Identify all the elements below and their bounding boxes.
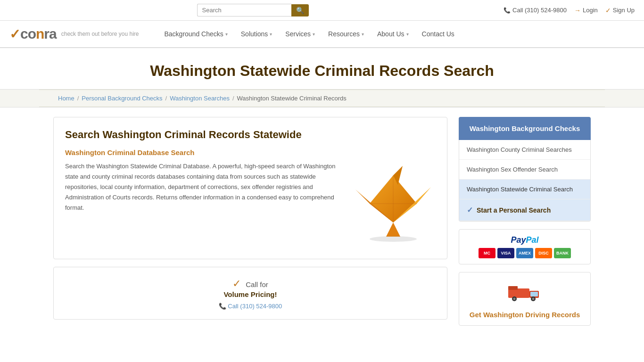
crane-illustration [351,161,436,247]
svg-marker-4 [386,222,400,237]
sidebar-link-label: Washington County Criminal Searches [467,146,572,153]
sidebar-header: Washington Background Checks [459,117,591,140]
sidebar-link[interactable]: Washington Statewide Criminal Search [459,180,590,199]
main-content: Search Washington Criminal Records State… [39,117,605,327]
volume-card: ✓ Call for Volume Pricing! 📞 Call (310) … [53,267,447,320]
search-group: 🔍 [197,4,309,16]
payment-card-mc: MC [479,248,495,258]
volume-call-label: Call for [246,280,268,288]
sidebar-link[interactable]: Washington County Criminal Searches [459,140,590,160]
nav-item-background-checks[interactable]: Background Checks ▾ [157,21,234,47]
volume-logo-icon: ✓ [232,278,241,290]
volume-phone-icon: 📞 [219,303,228,310]
login-link[interactable]: Login [574,7,598,14]
breadcrumb-separator: / [232,95,234,102]
payment-card-visa: VISA [497,248,514,258]
signup-link[interactable]: Sign Up [605,7,635,14]
nav-item-about-us[interactable]: About Us ▾ [371,21,415,47]
sidebar: Washington Background Checks Washington … [459,117,591,327]
nav-links: Background Checks ▾Solutions ▾Services ▾… [157,21,461,47]
search-button[interactable]: 🔍 [291,4,309,16]
nav-item-resources[interactable]: Resources ▾ [322,21,371,47]
driving-records-card: Get Washington Driving Records [459,272,591,326]
main-heading: Search Washington Criminal Records State… [65,129,436,141]
page-title: Washington Statewide Criminal Records Se… [9,62,635,80]
navbar: ✓ conra check them out before you hire B… [0,21,644,48]
volume-phone-text: Call (310) 524-9800 [228,303,282,310]
logo-area: ✓ conra check them out before you hire [9,21,139,47]
signup-icon [605,7,611,14]
payment-card-amex: AMEX [516,248,533,258]
breadcrumb-current: Washington Statewide Criminal Records [237,95,347,102]
logo-tagline: check them out before you hire [61,31,139,37]
breadcrumb-link[interactable]: Home [58,95,74,102]
payment-card-bank: BANK [554,248,571,258]
truck-illustration [466,279,584,307]
breadcrumb-separator: / [165,95,167,102]
phone-label: Call (310) 524-9800 [512,7,567,14]
signup-label: Sign Up [613,7,635,14]
breadcrumb: Home/Personal Background Checks/Washingt… [39,90,605,107]
caret-icon: ▾ [313,32,315,37]
body-text: Search the Washington Statewide Criminal… [65,161,341,213]
sidebar-link-label: Washington Sex Offender Search [467,166,558,173]
sidebar-link[interactable]: Washington Sex Offender Search [459,160,590,180]
phone-icon [504,7,511,14]
paypal-logo: PayPal [465,235,585,245]
main-card: Search Washington Criminal Records State… [53,117,447,259]
paypal-cards: MCVISAAMEXDISCBANK [465,248,585,258]
cta-icon: ✓ [467,206,473,214]
svg-point-14 [532,298,535,300]
svg-rect-10 [530,292,538,296]
phone-link[interactable]: Call (310) 524-9800 [504,7,567,14]
logo-check-icon: ✓ [9,26,20,42]
svg-point-12 [513,298,516,300]
caret-icon: ▾ [225,32,228,37]
caret-icon: ▾ [406,32,409,37]
svg-point-7 [370,236,417,242]
driving-title: Get Washington Driving Records [466,311,584,319]
nav-item-solutions[interactable]: Solutions ▾ [234,21,279,47]
svg-rect-15 [508,286,518,290]
nav-item-services[interactable]: Services ▾ [279,21,322,47]
volume-pricing-label: Volume Pricing! [63,290,438,298]
sidebar-links: Washington County Criminal SearchesWashi… [459,140,591,222]
breadcrumb-link[interactable]: Washington Searches [170,95,230,102]
breadcrumb-link[interactable]: Personal Background Checks [82,95,162,102]
sidebar-link-label: Start a Personal Search [477,206,551,214]
sub-heading: Washington Criminal Database Search [65,148,436,156]
caret-icon: ▾ [270,32,272,37]
sidebar-link-label: Washington Statewide Criminal Search [467,186,573,193]
payment-card-disc: DISC [535,248,552,258]
logo-text: conra [20,26,57,42]
content-body: Search the Washington Statewide Criminal… [65,161,436,247]
page-title-section: Washington Statewide Criminal Records Se… [0,48,644,89]
search-input[interactable] [197,4,291,16]
login-label: Login [583,7,598,14]
content-left: Search Washington Criminal Records State… [53,117,447,327]
sidebar-link[interactable]: ✓Start a Personal Search [459,199,590,221]
top-bar: 🔍 Call (310) 524-9800 Login Sign Up [0,0,644,21]
caret-icon: ▾ [362,32,364,37]
breadcrumb-separator: / [77,95,79,102]
login-icon [574,7,581,14]
nav-item-contact-us[interactable]: Contact Us [415,21,461,47]
paypal-area: PayPal MCVISAAMEXDISCBANK [459,229,591,264]
volume-phone-link[interactable]: 📞 Call (310) 524-9800 [219,303,282,310]
